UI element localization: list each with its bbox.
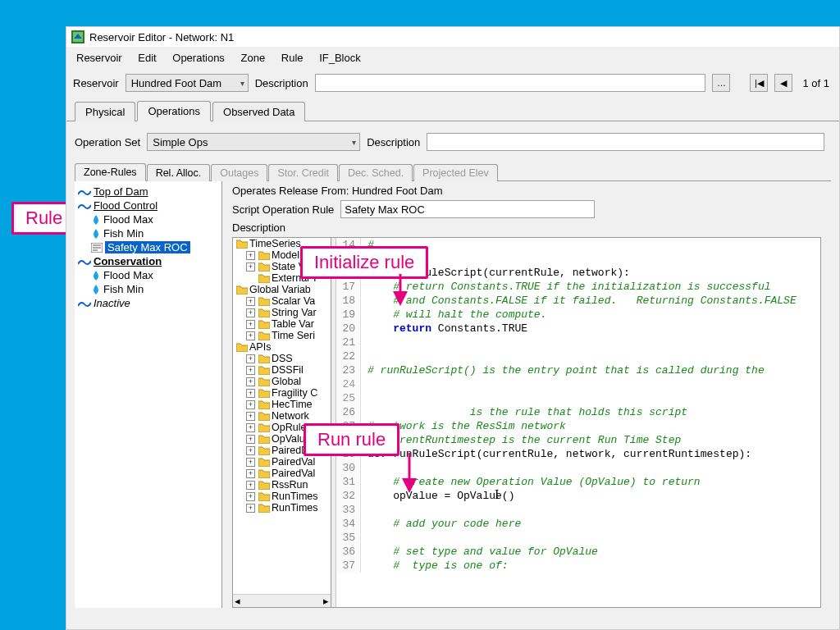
api-timeseri[interactable]: +Time Seri	[233, 330, 331, 341]
callout-init-text: Initialize rule	[314, 252, 414, 272]
api-label: Time Seri	[272, 330, 315, 341]
tree-label: Inactive	[94, 297, 130, 309]
api-runtimes2[interactable]: +RunTimes	[233, 502, 331, 514]
description-ellipsis-button[interactable]: …	[712, 74, 730, 92]
api-string[interactable]: +String Var	[233, 307, 331, 318]
tree-conservation[interactable]: Conservation	[76, 254, 220, 268]
api-runtimes[interactable]: +RunTimes	[233, 491, 331, 502]
tree-label: Conservation	[94, 255, 162, 267]
expander-icon[interactable]: +	[246, 469, 255, 478]
reservoir-select[interactable]: Hundred Foot Dam ▾	[126, 74, 249, 92]
api-dssfil[interactable]: +DSSFil	[233, 364, 331, 376]
subtab-proj-elev[interactable]: Projected Elev	[413, 164, 498, 181]
folder-icon	[236, 285, 248, 294]
window-title: Reservoir Editor - Network: N1	[89, 31, 234, 43]
api-apis[interactable]: APIs	[233, 341, 331, 353]
api-rssrun[interactable]: +RssRun	[233, 479, 331, 491]
tree-inactive[interactable]: Inactive	[76, 296, 220, 310]
folder-icon	[258, 308, 270, 317]
expander-icon[interactable]: +	[246, 331, 255, 340]
api-hectime[interactable]: +HecTime	[233, 399, 331, 410]
menu-ifblock[interactable]: IF_Block	[313, 50, 368, 66]
scroll-right-icon[interactable]: ▸	[323, 595, 329, 607]
expander-icon[interactable]: +	[246, 481, 255, 490]
tab-operations[interactable]: Operations	[137, 101, 211, 121]
folder-icon	[258, 273, 270, 283]
api-label: RssRun	[272, 479, 308, 491]
api-scalar[interactable]: +Scalar Va	[233, 295, 331, 307]
api-global-var[interactable]: Global Variab	[233, 284, 331, 295]
expander-icon[interactable]: +	[246, 504, 255, 513]
folder-icon	[258, 296, 270, 306]
script-rule-name-input[interactable]	[340, 200, 595, 218]
top-toolbar: Reservoir Hundred Foot Dam ▾ Description…	[66, 69, 839, 97]
menu-zone[interactable]: Zone	[235, 50, 272, 66]
tree-flood-control[interactable]: Flood Control	[76, 199, 220, 212]
api-label: TimeSeries	[249, 238, 301, 249]
menu-rule[interactable]: Rule	[275, 50, 310, 66]
tree-fish-min-2[interactable]: Fish Min	[76, 282, 220, 296]
api-label: Table Var	[272, 318, 314, 330]
scroll-left-icon[interactable]: ◂	[235, 595, 240, 607]
expander-icon[interactable]: +	[246, 435, 255, 444]
subtab-rel-alloc[interactable]: Rel. Alloc.	[147, 164, 211, 181]
subtab-outages[interactable]: Outages	[211, 164, 267, 181]
menu-operations[interactable]: Operations	[166, 50, 231, 66]
api-tree[interactable]: TimeSeries +Model Var +State Vari Extern…	[233, 238, 331, 607]
opset-select[interactable]: Simple Ops ▾	[147, 133, 360, 151]
expander-icon[interactable]: +	[246, 366, 255, 375]
nav-first-button[interactable]: |◀	[750, 74, 768, 92]
expander-icon[interactable]: +	[246, 389, 255, 398]
expander-icon[interactable]: +	[246, 377, 255, 386]
expander-icon[interactable]: +	[246, 400, 255, 409]
expander-icon[interactable]: +	[246, 412, 255, 421]
code-line: # runRuleScript() is the entry point tha…	[368, 364, 765, 377]
tree-top-of-dam[interactable]: Top of Dam	[76, 185, 220, 199]
api-network[interactable]: +Network	[233, 410, 331, 422]
subtab-dec-sched[interactable]: Dec. Sched.	[339, 164, 413, 181]
expander-icon[interactable]: +	[246, 251, 255, 260]
subtab-zone-rules[interactable]: Zone-Rules	[75, 163, 146, 181]
chevron-down-icon: ▾	[240, 79, 244, 88]
expander-icon[interactable]: +	[246, 297, 255, 306]
menu-reservoir[interactable]: Reservoir	[70, 50, 129, 66]
main-tabstrip: Physical Operations Observed Data	[66, 100, 839, 121]
api-label: PairedVal	[272, 468, 315, 479]
expander-icon[interactable]: +	[246, 446, 255, 455]
menu-edit[interactable]: Edit	[131, 50, 162, 66]
expander-icon[interactable]: +	[246, 423, 255, 432]
api-dss[interactable]: +DSS	[233, 353, 331, 364]
expander-icon[interactable]: +	[246, 308, 255, 317]
nav-prev-button[interactable]: ◀	[774, 74, 792, 92]
tab-observed-data[interactable]: Observed Data	[212, 102, 305, 121]
tree-safety-max-roc[interactable]: Safety Max ROC	[76, 240, 220, 254]
expander-icon[interactable]: +	[246, 492, 255, 501]
api-label: RunTimes	[272, 491, 318, 502]
api-label: OpRule	[272, 422, 306, 433]
api-fragility[interactable]: +Fragility C	[233, 387, 331, 399]
reservoir-label: Reservoir	[73, 77, 119, 89]
api-global[interactable]: +Global	[233, 376, 331, 387]
rule-tree[interactable]: Top of Dam Flood Control Flood Max Fish …	[75, 181, 222, 608]
api-label: Network	[272, 410, 309, 422]
expander-icon[interactable]: +	[246, 320, 255, 329]
callout-run-text: Run rule	[317, 429, 386, 450]
api-table[interactable]: +Table Var	[233, 318, 331, 330]
tree-flood-max-2[interactable]: Flood Max	[76, 268, 220, 282]
api-pairedval2[interactable]: +PairedVal	[233, 468, 331, 479]
drop-icon	[91, 284, 101, 295]
expander-icon[interactable]: +	[246, 458, 255, 467]
code-text	[368, 322, 393, 335]
code-line: # type is one of:	[368, 559, 509, 572]
expander-icon[interactable]: +	[246, 354, 255, 363]
subtab-stor-credit[interactable]: Stor. Credit	[268, 164, 338, 181]
tree-flood-max[interactable]: Flood Max	[76, 212, 220, 226]
tab-physical[interactable]: Physical	[75, 102, 135, 121]
opset-desc-input[interactable]	[427, 133, 824, 151]
api-tree-hscroll[interactable]: ◂ ▸	[233, 594, 331, 607]
expander-icon[interactable]: +	[246, 262, 255, 272]
api-pairedval[interactable]: +PairedVal	[233, 456, 331, 468]
tree-fish-min[interactable]: Fish Min	[76, 226, 220, 240]
description-input[interactable]	[315, 74, 706, 92]
folder-icon	[258, 365, 270, 375]
